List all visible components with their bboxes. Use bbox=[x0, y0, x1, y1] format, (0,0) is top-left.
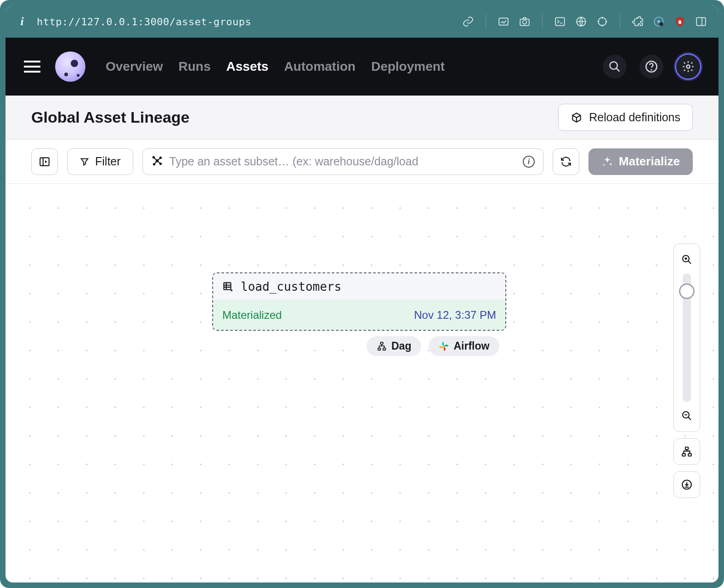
page-header: Global Asset Lineage Reload definitions bbox=[6, 96, 718, 140]
svg-point-19 bbox=[153, 163, 154, 164]
svg-rect-10 bbox=[696, 17, 706, 25]
box-reload-icon bbox=[571, 112, 583, 124]
browser-extension-icons: 2 bbox=[462, 14, 707, 29]
asset-status-row: Materialized Nov 12, 3:37 PM bbox=[213, 300, 505, 330]
asset-name: load_customers bbox=[241, 280, 341, 294]
reload-definitions-button[interactable]: Reload definitions bbox=[558, 104, 693, 131]
zoom-out-button[interactable] bbox=[674, 407, 700, 425]
browser-address-bar: i http://127.0.0.1:3000/asset-groups 2 bbox=[6, 6, 718, 38]
svg-rect-22 bbox=[380, 342, 383, 344]
svg-point-13 bbox=[651, 69, 651, 70]
svg-point-5 bbox=[598, 17, 606, 25]
asset-status-time: Nov 12, 3:37 PM bbox=[414, 309, 496, 322]
page-title: Global Asset Lineage bbox=[31, 108, 558, 126]
svg-text:2: 2 bbox=[679, 19, 681, 24]
svg-point-20 bbox=[160, 163, 161, 164]
camera-icon[interactable] bbox=[518, 15, 531, 28]
filter-button[interactable]: Filter bbox=[67, 148, 133, 175]
toggle-sidebar-button[interactable] bbox=[31, 148, 58, 175]
zoom-slider-thumb[interactable] bbox=[679, 283, 695, 299]
settings-button[interactable] bbox=[676, 55, 700, 79]
picture-icon[interactable] bbox=[497, 15, 510, 28]
svg-rect-3 bbox=[555, 17, 565, 25]
url-text[interactable]: http://127.0.0.1:3000/asset-groups bbox=[37, 16, 452, 28]
svg-rect-21 bbox=[224, 283, 231, 289]
zoom-in-button[interactable] bbox=[674, 250, 700, 269]
svg-rect-27 bbox=[685, 447, 689, 449]
sparkle-icon bbox=[601, 156, 613, 168]
menu-toggle-button[interactable] bbox=[24, 57, 42, 76]
zoom-slider-track[interactable] bbox=[683, 273, 691, 402]
svg-rect-24 bbox=[383, 348, 386, 350]
filter-label: Filter bbox=[95, 155, 121, 168]
info-icon[interactable]: i bbox=[523, 156, 535, 168]
nav-automation[interactable]: Automation bbox=[284, 59, 356, 74]
nav-deployment[interactable]: Deployment bbox=[371, 59, 445, 74]
help-button[interactable] bbox=[639, 55, 663, 79]
svg-point-2 bbox=[523, 20, 527, 24]
puzzle-icon[interactable] bbox=[631, 15, 644, 28]
tag-airflow[interactable]: Airflow bbox=[429, 336, 499, 356]
terminal-icon[interactable] bbox=[554, 15, 566, 28]
asset-node-header: load_customers bbox=[213, 273, 505, 300]
download-button[interactable] bbox=[673, 471, 700, 498]
svg-point-18 bbox=[160, 157, 161, 158]
materialize-button[interactable]: Materialize bbox=[588, 148, 693, 175]
tag-dag-label: Dag bbox=[391, 340, 411, 352]
asset-node[interactable]: load_customers Materialized Nov 12, 3:37… bbox=[212, 272, 506, 331]
asset-toolbar: Filter i Materialize bbox=[6, 140, 718, 184]
crosshair-icon[interactable] bbox=[596, 15, 609, 28]
panel-icon[interactable] bbox=[695, 15, 707, 28]
svg-point-17 bbox=[153, 156, 154, 158]
svg-rect-28 bbox=[682, 453, 685, 456]
asset-search-input[interactable] bbox=[170, 155, 516, 168]
dag-icon bbox=[377, 341, 387, 351]
fit-view-button[interactable] bbox=[673, 438, 700, 465]
svg-point-7 bbox=[657, 20, 661, 23]
airflow-icon bbox=[439, 341, 449, 351]
svg-rect-29 bbox=[688, 453, 691, 456]
nav-overview[interactable]: Overview bbox=[106, 59, 163, 74]
svg-rect-23 bbox=[378, 348, 381, 350]
svg-point-8 bbox=[659, 22, 663, 26]
svg-point-11 bbox=[610, 62, 617, 69]
tag-dag[interactable]: Dag bbox=[367, 336, 421, 356]
link-icon[interactable] bbox=[462, 15, 475, 28]
shield-icon[interactable]: 2 bbox=[673, 15, 686, 28]
svg-rect-0 bbox=[499, 18, 508, 25]
asset-search-field[interactable]: i bbox=[142, 148, 543, 175]
svg-point-14 bbox=[687, 65, 690, 68]
tag-airflow-label: Airflow bbox=[453, 340, 489, 352]
materialize-label: Materialize bbox=[619, 154, 680, 169]
table-icon bbox=[222, 281, 234, 293]
filter-icon bbox=[79, 157, 90, 167]
asset-tags: Dag Airflow bbox=[367, 336, 499, 356]
asset-status-label: Materialized bbox=[222, 309, 282, 322]
eye-privacy-icon[interactable] bbox=[652, 15, 665, 28]
zoom-slider-panel bbox=[673, 243, 700, 432]
app-top-nav: Overview Runs Assets Automation Deployme… bbox=[6, 38, 718, 96]
zoom-controls bbox=[673, 243, 700, 498]
info-icon[interactable]: i bbox=[17, 15, 28, 28]
graph-icon bbox=[151, 155, 163, 169]
refresh-button[interactable] bbox=[553, 148, 579, 175]
nav-assets[interactable]: Assets bbox=[226, 59, 269, 74]
nav-runs[interactable]: Runs bbox=[179, 59, 211, 74]
search-button[interactable] bbox=[603, 55, 627, 79]
dagster-logo[interactable] bbox=[55, 51, 85, 82]
globe-icon[interactable] bbox=[575, 15, 588, 28]
reload-definitions-label: Reload definitions bbox=[589, 111, 680, 124]
lineage-canvas[interactable]: load_customers Materialized Nov 12, 3:37… bbox=[6, 184, 718, 582]
svg-rect-15 bbox=[40, 158, 49, 165]
